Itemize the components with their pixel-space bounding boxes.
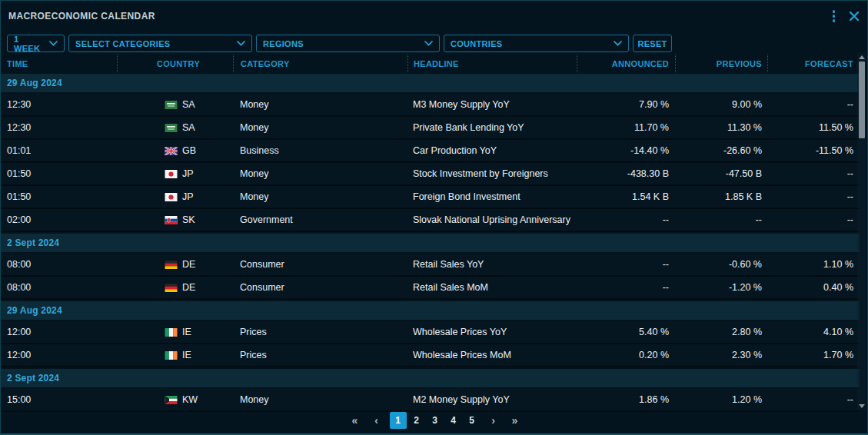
regions-dropdown[interactable]: REGIONS [256,35,440,52]
cell-previous: -- [675,209,767,231]
cell-category: Government [233,209,407,231]
cell-time: 01:01 [1,140,117,161]
cell-time: 01:50 [1,163,117,184]
chevron-down-icon [237,41,245,46]
cell-previous: -47.50 B [675,163,767,184]
scrollbar-thumb[interactable] [859,61,865,138]
page-number-list: 12345 [390,412,481,429]
table-row[interactable]: 12:00IEPricesWholesale Prices YoY5.40 %2… [1,321,860,344]
cell-forecast: 4.10 % [767,321,860,343]
flag-icon-jp [165,170,178,178]
cell-announced: 1.54 K B [577,186,675,208]
column-header-forecast[interactable]: FORECAST [767,55,860,72]
flag-icon-kw [165,396,178,404]
flag-icon-jp [165,193,178,201]
cell-category: Money [233,163,407,184]
cell-headline: Wholesale Prices YoY [407,321,577,343]
cell-category: Consumer [233,277,407,298]
first-page-button[interactable]: « [347,412,364,429]
table-row[interactable]: 01:50JPMoneyForeign Bond Investment1.54 … [1,186,860,209]
last-page-button[interactable]: » [507,412,524,429]
cell-country: KW [117,389,233,410]
cell-time: 08:00 [1,277,117,298]
column-header-headline[interactable]: HEADLINE [407,55,577,72]
page-button-2[interactable]: 2 [408,412,425,429]
table-row[interactable]: 08:00DEConsumerRetail Sales YoY---0.60 %… [1,254,860,277]
table-row[interactable]: 12:30SAMoneyM3 Money Supply YoY7.90 %9.0… [1,94,860,117]
country-code: SA [182,99,195,110]
cell-country: IE [117,344,233,366]
column-header-time[interactable]: TIME [1,55,117,72]
period-dropdown[interactable]: 1 WEEK [7,35,65,52]
table-row[interactable]: 01:01GBBusinessCar Production YoY-14.40 … [1,140,860,163]
column-header-previous[interactable]: PREVIOUS [675,55,767,72]
cell-time: 15:00 [1,389,117,410]
cell-category: Money [233,389,407,410]
next-page-button[interactable]: › [485,412,502,429]
table-row[interactable]: 08:00DEConsumerRetail Sales MoM---1.20 %… [1,277,860,300]
date-group-header: 29 Aug 2024 [1,300,860,321]
page-button-1[interactable]: 1 [390,412,407,429]
page-button-3[interactable]: 3 [427,412,444,429]
reset-button[interactable]: RESET [633,35,672,52]
table-row[interactable]: 12:00IEPricesWholesale Prices MoM0.20 %2… [1,344,860,367]
table-row[interactable]: 15:00KWMoneyM2 Money Supply YoY1.86 %1.2… [1,389,860,412]
cell-category: Money [233,94,407,115]
cell-category: Prices [233,344,407,366]
scroll-down-arrow-icon[interactable] [857,402,866,410]
cell-time: 02:00 [1,209,117,231]
cell-forecast: -- [767,389,860,410]
cell-announced: -- [577,277,675,298]
cell-category: Money [233,117,407,138]
cell-forecast: -11.50 % [767,140,860,161]
country-code: GB [182,145,196,156]
column-header-country[interactable]: COUNTRY [117,55,233,72]
scroll-up-arrow-icon[interactable] [857,53,866,61]
flag-icon-gb [165,147,178,155]
cell-headline: Retail Sales YoY [407,254,577,275]
cell-previous: 2.80 % [675,321,767,343]
prev-page-button[interactable]: ‹ [368,412,385,429]
page-button-5[interactable]: 5 [464,412,481,429]
table-row[interactable]: 12:30SAMoneyPrivate Bank Lending YoY11.7… [1,117,860,140]
country-code: JP [182,191,194,202]
cell-headline: Foreign Bond Investment [407,186,577,208]
close-icon[interactable] [849,11,860,22]
flag-icon-sk [165,216,178,224]
cell-previous: 1.85 K B [675,186,767,208]
cell-announced: 1.86 % [577,389,675,410]
cell-forecast: -- [767,163,860,184]
cell-time: 08:00 [1,254,117,275]
categories-dropdown[interactable]: SELECT CATEGORIES [68,35,252,52]
table-header: TIME COUNTRY CATEGORY HEADLINE ANNOUNCED… [1,55,860,72]
cell-announced: 11.70 % [577,117,675,138]
cell-previous: -26.60 % [675,140,767,161]
cell-forecast: -- [767,94,860,115]
flag-icon-ie [165,351,178,360]
kebab-menu-icon[interactable] [831,8,837,24]
cell-headline: Slovak National Uprising Anniversary [407,209,577,231]
country-code: DE [182,282,195,293]
event-list: 29 Aug 202412:30SAMoneyM3 Money Supply Y… [1,72,860,412]
date-group-label: 29 Aug 2024 [7,78,62,88]
filter-toolbar: 1 WEEK SELECT CATEGORIES REGIONS COUNTRI… [7,35,672,52]
vertical-scrollbar[interactable] [857,53,866,410]
cell-country: IE [117,321,233,343]
period-dropdown-value: 1 WEEK [14,35,42,53]
cell-headline: Wholesale Prices MoM [407,344,577,366]
date-group-header: 2 Sept 2024 [1,232,860,254]
cell-country: DE [117,254,233,275]
table-row[interactable]: 01:50JPMoneyStock Investment by Foreigne… [1,163,860,186]
column-header-announced[interactable]: ANNOUNCED [577,55,675,72]
date-group-header: 29 Aug 2024 [1,72,860,94]
page-button-4[interactable]: 4 [445,412,462,429]
column-header-category[interactable]: CATEGORY [233,55,407,72]
cell-previous: -1.20 % [675,277,767,298]
cell-forecast: -- [767,209,860,231]
cell-country: DE [117,277,233,298]
cell-headline: Stock Investment by Foreigners [407,163,577,184]
chevron-down-icon [49,41,58,46]
table-row[interactable]: 02:00SKGovernmentSlovak National Uprisin… [1,209,860,232]
countries-dropdown[interactable]: COUNTRIES [444,35,629,52]
cell-announced: 7.90 % [577,94,675,115]
